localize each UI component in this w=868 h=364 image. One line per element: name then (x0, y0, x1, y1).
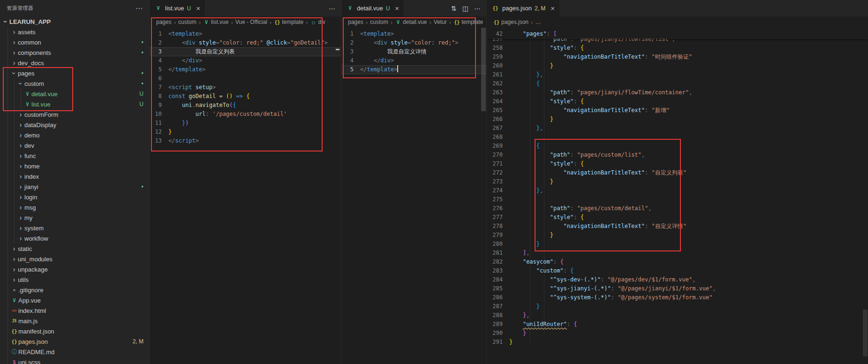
tree-file-uni.scss[interactable]: Suni.scss (0, 357, 149, 364)
code-line-1[interactable]: 1<template> (150, 30, 341, 38)
line-content: <div style="color: red;" @click="goDetai… (168, 38, 328, 47)
tree-file-README.md[interactable]: ⓘREADME.md (0, 347, 149, 357)
tree-folder-index[interactable]: ›index (0, 171, 149, 182)
code-line-6[interactable]: 6 (150, 74, 341, 83)
tree-folder-msg[interactable]: ›msg (0, 202, 149, 212)
vue-symbol-icon: V (395, 20, 401, 25)
line-number: 273 (487, 177, 509, 186)
code-line-4[interactable]: 4 </div> (341, 56, 486, 65)
tree-folder-dev[interactable]: ›dev (0, 140, 149, 151)
tree-folder-system[interactable]: ›system (0, 223, 149, 233)
line-content: } (509, 338, 513, 347)
close-icon[interactable]: × (395, 5, 399, 12)
breadcrumb-item-Vetur[interactable]: Vetur (434, 19, 447, 25)
breadcrumb-item-custom[interactable]: custom (178, 19, 196, 25)
breadcrumb-item-detail.vue[interactable]: Vdetail.vue (395, 19, 427, 25)
code-line-2[interactable]: 2 <div style="color: red;"> (341, 38, 486, 47)
tree-folder-demo[interactable]: ›demo (0, 130, 149, 140)
code-line-13[interactable]: 13</script> (150, 136, 341, 145)
more-actions-icon[interactable]: ⋯ (474, 5, 481, 12)
breadcrumb-item-list.vue[interactable]: Vlist.vue (203, 19, 228, 25)
tree-folder-common[interactable]: ›common● (0, 37, 149, 47)
line-content: } (509, 177, 553, 186)
breadcrumb-separator: › (391, 19, 392, 26)
scrollbar-thumb[interactable] (863, 310, 868, 356)
line-number: 2 (341, 38, 360, 47)
chevron-right-icon: › (17, 235, 24, 242)
tree-file-list.vue[interactable]: Vlist.vueU (0, 99, 149, 109)
tree-folder-jianyi[interactable]: ›jianyi● (0, 182, 149, 192)
explorer-root-folder[interactable]: › LEARUN_APP (0, 16, 149, 27)
code-line-11[interactable]: 11 }) (150, 119, 341, 128)
tree-file-.gitignore[interactable]: ◆.gitignore (0, 285, 149, 295)
line-content: "^sys-jianyi-(.*)": "@/pages/jianyi/$1/f… (509, 284, 716, 293)
code-line-42[interactable]: 42 "pages": [ (487, 30, 868, 38)
code-editor-detail-vue[interactable]: 1<template>2 <div style="color: red;">3 … (341, 28, 486, 364)
tree-folder-components[interactable]: ›components● (0, 47, 149, 58)
tree-folder-func[interactable]: ›func (0, 151, 149, 161)
breadcrumb-item-pages[interactable]: pages (156, 19, 172, 25)
code-line-1[interactable]: 1<template> (341, 30, 486, 38)
tree-file-index.html[interactable]: <>index.html (0, 305, 149, 316)
tree-folder-login[interactable]: ›login (0, 192, 149, 202)
code-line-2[interactable]: 2 <div style="color: red;" @click="goDet… (150, 38, 341, 47)
line-number: 271 (487, 159, 509, 168)
js-file-icon: JS (10, 319, 18, 323)
close-icon[interactable]: × (551, 5, 555, 12)
scrollbar-thumb[interactable] (481, 28, 486, 111)
tree-file-pages.json[interactable]: {}pages.json2, M (0, 336, 149, 347)
tree-folder-unpackage[interactable]: ›unpackage (0, 264, 149, 274)
breadcrumb-item-pages[interactable]: pages (348, 19, 363, 25)
code-line-291[interactable]: 291} (487, 338, 868, 347)
more-actions-icon[interactable]: ⋯ (329, 5, 335, 12)
code-line-3[interactable]: 3 我是自定义列表 (150, 47, 341, 56)
close-icon[interactable]: × (196, 5, 200, 12)
tree-folder-custom[interactable]: ›custom● (0, 78, 149, 89)
tree-file-detail.vue[interactable]: Vdetail.vueU (0, 89, 149, 99)
tab-pages.json[interactable]: {}pages.json2, M× (487, 0, 560, 16)
tree-folder-utils[interactable]: ›utils (0, 274, 149, 285)
breadcrumb-item-[interactable]: … (535, 19, 541, 25)
breadcrumb-item-template[interactable]: {}template (274, 19, 303, 25)
tree-folder-dataDisplay[interactable]: ›dataDisplay (0, 120, 149, 130)
line-number: 276 (487, 204, 509, 213)
tree-folder-uni_modules[interactable]: ›uni_modules (0, 254, 149, 264)
line-content: } (509, 231, 553, 240)
explorer-header: 资源管理器 ⋯ (0, 0, 149, 16)
code-line-7[interactable]: 7<script setup> (150, 83, 341, 92)
code-line-4[interactable]: 4 </div> (150, 56, 341, 65)
tree-folder-home[interactable]: ›home (0, 161, 149, 171)
code-line-10[interactable]: 10 url: '/pages/custom/detail' (150, 110, 341, 119)
split-editor-icon[interactable]: ◫ (462, 5, 468, 12)
tree-folder-my[interactable]: ›my (0, 212, 149, 223)
breadcrumb-item-div[interactable]: ○div (310, 19, 325, 25)
code-line-5[interactable]: 5</template> (150, 65, 341, 74)
chevron-right-icon: › (10, 49, 18, 56)
tree-file-main.js[interactable]: JSmain.js (0, 316, 149, 326)
code-editor-list-vue[interactable]: 1<template>2 <div style="color: red;" @c… (150, 28, 341, 364)
code-editor-pages-json[interactable]: 42 "pages": [257 "path": "pages/jianyi/f… (487, 28, 868, 364)
breadcrumb-item-custom[interactable]: custom (370, 19, 388, 25)
compare-changes-icon[interactable]: ⇅ (451, 5, 457, 12)
tree-file-manifest.json[interactable]: {}manifest.json (0, 326, 149, 336)
code-line-5[interactable]: 5</template> (341, 65, 486, 74)
breadcrumb-item-pages.json[interactable]: {}pages.json (493, 19, 528, 25)
tab-detail.vue[interactable]: Vdetail.vueU× (341, 0, 404, 16)
tree-folder-static[interactable]: ›static (0, 243, 149, 254)
code-line-9[interactable]: 9 uni.navigateTo({ (150, 101, 341, 110)
tree-file-App.vue[interactable]: VApp.vue (0, 295, 149, 305)
breadcrumb-item-template[interactable]: {}template (453, 19, 483, 25)
tree-folder-workflow[interactable]: ›workflow (0, 233, 149, 243)
code-line-8[interactable]: 8const goDetail = () => { (150, 92, 341, 101)
code-line-3[interactable]: 3 我是自定义详情 (341, 47, 486, 56)
tree-folder-pages[interactable]: ›pages● (0, 68, 149, 78)
more-actions-icon[interactable]: ⋯ (136, 4, 143, 12)
tree-folder-assets[interactable]: ›assets (0, 27, 149, 37)
breadcrumb-item-Vue-Official[interactable]: Vue - Official (235, 19, 267, 25)
tree-folder-customForm[interactable]: ›customForm (0, 109, 149, 120)
item-label: manifest.json (18, 328, 54, 335)
tree-folder-dev_docs[interactable]: ›dev_docs (0, 58, 149, 68)
line-content: } (509, 61, 553, 70)
tab-list.vue[interactable]: Vlist.vueU× (150, 0, 205, 16)
code-line-12[interactable]: 12} (150, 128, 341, 136)
